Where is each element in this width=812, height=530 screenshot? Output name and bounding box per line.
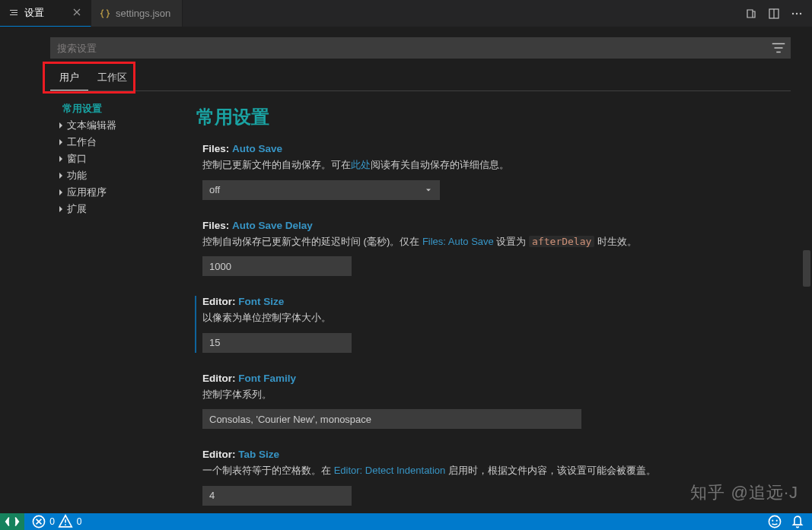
setting-text[interactable]: [202, 333, 352, 353]
search-input[interactable]: [51, 43, 770, 54]
scope-tab-user[interactable]: 用户: [50, 65, 88, 90]
setting-label: Editor: Tab Size: [202, 449, 792, 460]
chevron-right-icon: [55, 119, 67, 132]
status-remote-icon[interactable]: [0, 513, 24, 530]
toc-item-label: 应用程序: [67, 186, 107, 199]
scrollbar-thumb[interactable]: [803, 250, 810, 287]
scope-tab-workspace[interactable]: 工作区: [88, 65, 136, 90]
setting-category: Files:: [202, 143, 229, 154]
code-literal: afterDelay: [529, 236, 594, 247]
status-problems[interactable]: 0 0: [30, 513, 81, 530]
setting-category: Files:: [202, 220, 229, 231]
setting-name: Font Family: [238, 373, 296, 384]
settings-list[interactable]: 常用设置 Files: Auto Save控制已更新文件的自动保存。可在此处阅读…: [181, 91, 812, 513]
tab-settings[interactable]: 设置: [0, 0, 91, 27]
setting-item: Files: Auto Save Delay控制自动保存已更新文件的延迟时间 (…: [195, 220, 792, 277]
settings-search-box[interactable]: [50, 37, 791, 59]
setting-item: Files: Auto Save控制已更新文件的自动保存。可在此处阅读有关自动保…: [195, 143, 792, 200]
svg-point-8: [769, 516, 780, 527]
setting-label: Editor: Font Family: [202, 373, 792, 384]
setting-text-input[interactable]: [209, 337, 345, 348]
doc-link[interactable]: Editor: Detect Indentation: [334, 465, 446, 476]
setting-description: 一个制表符等于的空格数。在 Editor: Detect Indentation…: [202, 463, 792, 478]
setting-label: Editor: Font Size: [202, 296, 792, 307]
editor-tab-bar: 设置 settings.json: [0, 0, 812, 27]
setting-name: Tab Size: [238, 449, 279, 460]
setting-name: Auto Save Delay: [232, 220, 313, 231]
svg-point-9: [772, 520, 773, 522]
chevron-down-icon: [424, 186, 433, 195]
setting-description: 控制字体系列。: [202, 387, 792, 402]
chevron-right-icon: [55, 153, 67, 165]
json-file-icon: [99, 8, 111, 20]
doc-link[interactable]: Files: Auto Save: [422, 236, 494, 247]
chevron-right-icon: [55, 203, 67, 215]
svg-point-10: [776, 520, 778, 522]
section-title: 常用设置: [196, 105, 792, 129]
open-settings-json-icon[interactable]: [745, 8, 757, 20]
setting-category: Editor:: [202, 373, 236, 384]
tab-settings-json[interactable]: settings.json: [91, 0, 183, 27]
split-editor-icon[interactable]: [768, 8, 780, 20]
toc-item[interactable]: 工作台: [50, 134, 181, 151]
setting-label: Files: Auto Save: [202, 143, 792, 154]
settings-editor: 用户 工作区 常用设置 文本编辑器工作台窗口功能应用程序扩展 常用设置 File…: [0, 27, 812, 513]
setting-text[interactable]: [202, 256, 352, 276]
toc-item-label: 扩展: [67, 202, 87, 216]
toc-item[interactable]: 功能: [50, 167, 181, 184]
setting-name: Auto Save: [232, 143, 282, 154]
filter-icon[interactable]: [770, 40, 787, 56]
settings-tab-icon: [8, 7, 20, 19]
toc-item-label: 窗口: [67, 152, 87, 166]
setting-name: Font Size: [238, 296, 284, 307]
settings-toc: 常用设置 文本编辑器工作台窗口功能应用程序扩展: [50, 91, 181, 513]
toc-item[interactable]: 扩展: [50, 201, 181, 217]
toc-item[interactable]: 应用程序: [50, 184, 181, 201]
tab-label: settings.json: [116, 8, 170, 19]
setting-text[interactable]: [202, 486, 352, 506]
toc-item-label: 文本编辑器: [67, 119, 116, 132]
setting-description: 以像素为单位控制字体大小。: [202, 310, 792, 325]
setting-description: 控制自动保存已更新文件的延迟时间 (毫秒)。仅在 Files: Auto Sav…: [202, 234, 792, 249]
status-bell-icon[interactable]: [789, 513, 806, 530]
editor-actions: [736, 0, 812, 27]
toc-item[interactable]: 窗口: [50, 151, 181, 167]
setting-item: Editor: Font Family控制字体系列。: [195, 373, 792, 430]
svg-point-7: [65, 524, 66, 525]
more-actions-icon[interactable]: [791, 8, 803, 20]
setting-text-input[interactable]: [209, 490, 345, 501]
scrollbar[interactable]: [801, 27, 810, 513]
close-icon[interactable]: [71, 6, 83, 21]
setting-label: Files: Auto Save Delay: [202, 220, 792, 231]
toc-header[interactable]: 常用设置: [50, 100, 181, 117]
setting-item: Editor: Font Size以像素为单位控制字体大小。: [195, 296, 792, 353]
svg-point-2: [792, 12, 794, 14]
settings-scope-tabs: 用户 工作区: [50, 65, 791, 91]
doc-link[interactable]: 此处: [351, 159, 371, 170]
setting-text-input[interactable]: [209, 261, 345, 272]
status-feedback-icon[interactable]: [766, 513, 783, 530]
svg-point-3: [796, 12, 798, 14]
select-value: off: [209, 184, 220, 195]
setting-description: 控制已更新文件的自动保存。可在此处阅读有关自动保存的详细信息。: [202, 157, 792, 173]
chevron-right-icon: [55, 186, 67, 198]
setting-text-input[interactable]: [209, 414, 575, 425]
status-bar: 0 0: [0, 513, 812, 530]
toc-item-label: 功能: [67, 169, 87, 182]
chevron-right-icon: [55, 170, 67, 182]
svg-point-4: [800, 12, 801, 14]
setting-item: Editor: Tab Size一个制表符等于的空格数。在 Editor: De…: [195, 449, 792, 506]
chevron-right-icon: [55, 136, 67, 148]
tab-label: 设置: [24, 6, 44, 20]
toc-item-label: 工作台: [67, 135, 97, 149]
setting-category: Editor:: [202, 296, 236, 307]
setting-text[interactable]: [202, 409, 581, 429]
setting-select[interactable]: off: [202, 180, 440, 200]
setting-category: Editor:: [202, 449, 236, 460]
toc-item[interactable]: 文本编辑器: [50, 117, 181, 134]
